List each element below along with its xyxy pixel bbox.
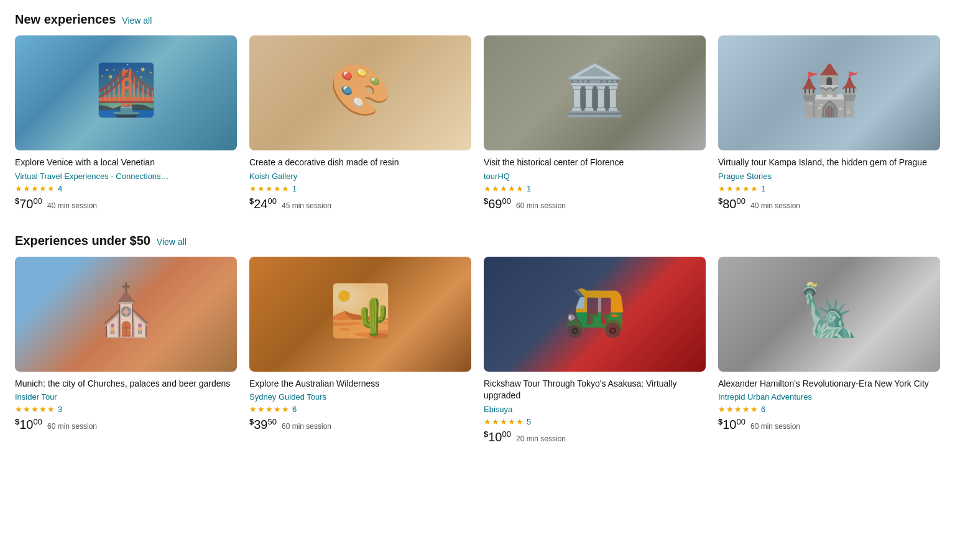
card-rating-tokyo: ★★★★★ 5 bbox=[484, 417, 706, 426]
card-newyork[interactable]: Alexander Hamilton's Revolutionary-Era N… bbox=[718, 257, 940, 444]
card-title-tokyo: Rickshaw Tour Through Tokyo's Asakusa: V… bbox=[484, 378, 706, 402]
card-title-munich: Munich: the city of Churches, palaces an… bbox=[15, 378, 237, 390]
card-prague[interactable]: Virtually tour Kampa Island, the hidden … bbox=[718, 35, 940, 211]
card-provider-florence[interactable]: tourHQ bbox=[484, 172, 706, 181]
card-session-venice: 40 min session bbox=[47, 201, 97, 210]
card-session-resin: 45 min session bbox=[282, 201, 331, 210]
card-rating-newyork: ★★★★★ 6 bbox=[718, 405, 940, 414]
card-florence[interactable]: Visit the historical center of Florence … bbox=[484, 35, 706, 211]
card-provider-tokyo[interactable]: Ebisuya bbox=[484, 405, 706, 414]
card-tokyo[interactable]: Rickshaw Tour Through Tokyo's Asakusa: V… bbox=[484, 257, 706, 444]
card-munich[interactable]: Munich: the city of Churches, palaces an… bbox=[15, 257, 237, 444]
card-reviews-munich[interactable]: 3 bbox=[58, 405, 62, 414]
card-reviews-venice[interactable]: 4 bbox=[58, 184, 62, 193]
card-stars-venice: ★★★★★ bbox=[15, 184, 55, 193]
under-50-grid: Munich: the city of Churches, palaces an… bbox=[15, 257, 940, 444]
card-price-value-venice: $7000 bbox=[15, 196, 42, 211]
card-resin[interactable]: Create a decorative dish made of resin K… bbox=[249, 35, 471, 211]
card-title-australia: Explore the Australian Wilderness bbox=[249, 378, 471, 390]
under-50-section: Experiences under $50 View all Munich: t… bbox=[15, 234, 940, 444]
card-session-newyork: 60 min session bbox=[750, 422, 800, 431]
card-rating-australia: ★★★★★ 6 bbox=[249, 405, 471, 414]
card-price-prague: $8000 40 min session bbox=[718, 196, 940, 211]
card-rating-venice: ★★★★★ 4 bbox=[15, 184, 237, 193]
card-stars-munich: ★★★★★ bbox=[15, 405, 55, 414]
card-image-newyork bbox=[718, 257, 940, 372]
card-reviews-florence[interactable]: 1 bbox=[527, 184, 531, 193]
card-provider-venice[interactable]: Virtual Travel Experiences - Connections… bbox=[15, 172, 237, 181]
card-image-venice bbox=[15, 35, 237, 150]
card-price-value-tokyo: $1000 bbox=[484, 429, 511, 444]
card-image-munich bbox=[15, 257, 237, 372]
card-price-value-newyork: $1000 bbox=[718, 417, 745, 432]
card-stars-australia: ★★★★★ bbox=[249, 405, 290, 414]
new-experiences-title: New experiences bbox=[15, 12, 116, 27]
card-venice[interactable]: Explore Venice with a local Venetian Vir… bbox=[15, 35, 237, 211]
card-image-australia bbox=[249, 257, 471, 372]
card-price-munich: $1000 60 min session bbox=[15, 417, 237, 432]
card-title-newyork: Alexander Hamilton's Revolutionary-Era N… bbox=[718, 378, 940, 390]
card-title-resin: Create a decorative dish made of resin bbox=[249, 157, 471, 169]
card-reviews-resin[interactable]: 1 bbox=[292, 184, 297, 193]
card-price-resin: $2400 45 min session bbox=[249, 196, 471, 211]
card-stars-prague: ★★★★★ bbox=[718, 184, 759, 193]
card-price-value-resin: $2400 bbox=[249, 196, 277, 211]
card-price-florence: $6900 60 min session bbox=[484, 196, 706, 211]
card-rating-florence: ★★★★★ 1 bbox=[484, 184, 706, 193]
new-experiences-section: New experiences View all Explore Venice … bbox=[15, 12, 940, 211]
card-provider-australia[interactable]: Sydney Guided Tours bbox=[249, 392, 471, 402]
card-reviews-prague[interactable]: 1 bbox=[761, 184, 765, 193]
card-price-value-australia: $3950 bbox=[249, 417, 277, 432]
card-session-munich: 60 min session bbox=[47, 422, 97, 431]
card-price-australia: $3950 60 min session bbox=[249, 417, 471, 432]
card-provider-munich[interactable]: Insider Tour bbox=[15, 392, 237, 402]
card-image-resin bbox=[249, 35, 471, 150]
card-title-venice: Explore Venice with a local Venetian bbox=[15, 157, 237, 169]
card-provider-resin[interactable]: Koish Gallery bbox=[249, 172, 471, 181]
card-reviews-tokyo[interactable]: 5 bbox=[527, 417, 531, 426]
card-rating-prague: ★★★★★ 1 bbox=[718, 184, 940, 193]
card-reviews-australia[interactable]: 6 bbox=[292, 405, 297, 414]
card-price-value-munich: $1000 bbox=[15, 417, 42, 432]
new-experiences-view-all[interactable]: View all bbox=[122, 16, 152, 25]
card-australia[interactable]: Explore the Australian Wilderness Sydney… bbox=[249, 257, 471, 444]
card-image-tokyo bbox=[484, 257, 706, 372]
under-50-header: Experiences under $50 View all bbox=[15, 234, 940, 248]
card-title-florence: Visit the historical center of Florence bbox=[484, 157, 706, 169]
card-rating-munich: ★★★★★ 3 bbox=[15, 405, 237, 414]
card-stars-resin: ★★★★★ bbox=[249, 184, 290, 193]
under-50-view-all[interactable]: View all bbox=[157, 237, 187, 247]
card-stars-florence: ★★★★★ bbox=[484, 184, 524, 193]
card-rating-resin: ★★★★★ 1 bbox=[249, 184, 471, 193]
card-price-value-florence: $6900 bbox=[484, 196, 511, 211]
card-stars-newyork: ★★★★★ bbox=[718, 405, 759, 414]
card-session-florence: 60 min session bbox=[516, 201, 566, 210]
card-stars-tokyo: ★★★★★ bbox=[484, 417, 524, 426]
card-session-prague: 40 min session bbox=[750, 201, 800, 210]
under-50-title: Experiences under $50 bbox=[15, 234, 150, 248]
card-session-tokyo: 20 min session bbox=[516, 434, 566, 443]
card-price-tokyo: $1000 20 min session bbox=[484, 429, 706, 444]
card-image-prague bbox=[718, 35, 940, 150]
card-price-venice: $7000 40 min session bbox=[15, 196, 237, 211]
new-experiences-grid: Explore Venice with a local Venetian Vir… bbox=[15, 35, 940, 211]
card-title-prague: Virtually tour Kampa Island, the hidden … bbox=[718, 157, 940, 169]
card-session-australia: 60 min session bbox=[282, 422, 331, 431]
new-experiences-header: New experiences View all bbox=[15, 12, 940, 27]
card-reviews-newyork[interactable]: 6 bbox=[761, 405, 765, 414]
card-price-value-prague: $8000 bbox=[718, 196, 745, 211]
card-provider-prague[interactable]: Prague Stories bbox=[718, 172, 940, 181]
card-price-newyork: $1000 60 min session bbox=[718, 417, 940, 432]
card-provider-newyork[interactable]: Intrepid Urban Adventures bbox=[718, 392, 940, 402]
card-image-florence bbox=[484, 35, 706, 150]
